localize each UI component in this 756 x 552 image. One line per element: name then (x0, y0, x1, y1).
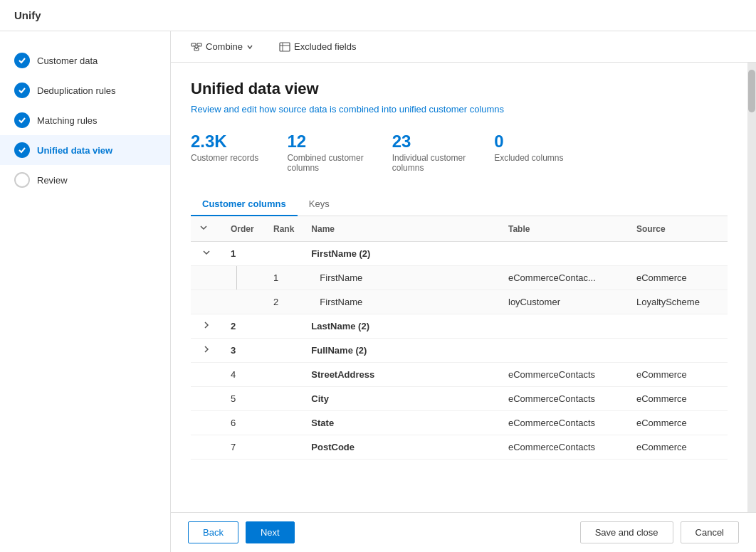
table-row: 7 PostCode eCommerceContacts eCommerce (191, 435, 728, 460)
tabs-row: Customer columns Keys (191, 193, 728, 216)
sidebar: Customer data Deduplication rules Matchi… (0, 31, 171, 552)
sidebar-label-review: Review (37, 175, 68, 186)
table-row: 3 FullName (2) (191, 339, 728, 363)
expand-cell-postcode (191, 435, 222, 460)
stat-label-records: Customer records (191, 153, 258, 163)
stat-label-individual: Individual customercolumns (392, 153, 466, 173)
child-name-firstname-2: FirstName (303, 290, 500, 314)
content-area: Combine Excluded fields Unified data vie… (171, 31, 756, 552)
combine-label: Combine (206, 41, 243, 52)
order-cell-city: 5 (222, 387, 265, 411)
table-header-row: Order Rank Name Table Source (191, 216, 728, 242)
expand-button-fullname[interactable] (199, 345, 214, 356)
name-cell-city: City (303, 387, 500, 411)
table-body: 1 FirstName (2) 1 (191, 242, 728, 460)
stat-combined-columns: 12 Combined customercolumns (287, 132, 363, 173)
source-cell-lastname (628, 314, 728, 339)
table-row: 1 FirstName eCommerceContac... eCommerce (191, 266, 728, 290)
child-expand-empty-2 (191, 290, 222, 314)
page-content: Unified data view Review and edit how so… (171, 63, 747, 512)
rank-cell-city (265, 387, 303, 411)
stat-number-records: 2.3K (191, 132, 227, 152)
scroll-thumb[interactable] (748, 70, 755, 112)
sidebar-label-dedup: Deduplication rules (37, 85, 116, 96)
child-source-firstname-2: LoyaltyScheme (628, 290, 728, 314)
app-title: Unify (14, 9, 41, 21)
bottom-right: Save and close Cancel (580, 521, 739, 543)
table-row: 6 State eCommerceContacts eCommerce (191, 411, 728, 435)
child-order-empty-2 (222, 290, 265, 314)
tab-customer-columns[interactable]: Customer columns (191, 193, 298, 216)
sidebar-item-customer-data[interactable]: Customer data (0, 46, 170, 75)
stats-row: 2.3K Customer records 12 Combined custom… (191, 132, 728, 173)
table-row: 5 City eCommerceContacts eCommerce (191, 387, 728, 411)
sidebar-item-deduplication-rules[interactable]: Deduplication rules (0, 75, 170, 105)
svg-rect-5 (280, 43, 290, 51)
rank-cell-street (265, 363, 303, 387)
stat-excluded-columns: 0 Excluded columns (494, 132, 563, 173)
col-header-name: Name (303, 216, 500, 242)
rank-cell-lastname (265, 314, 303, 339)
source-cell-firstname (628, 242, 728, 266)
expand-cell-lastname[interactable] (191, 314, 222, 339)
bottom-bar: Back Next Save and close Cancel (171, 512, 756, 552)
back-button[interactable]: Back (188, 521, 238, 543)
content-wrapper: Unified data view Review and edit how so… (171, 63, 756, 512)
main-layout: Customer data Deduplication rules Matchi… (0, 31, 756, 552)
name-cell-fullname: FullName (2) (303, 339, 500, 363)
name-cell-lastname: LastName (2) (303, 314, 500, 339)
stat-label-combined: Combined customercolumns (287, 153, 363, 173)
tab-keys[interactable]: Keys (298, 193, 341, 216)
rank-cell-postcode (265, 435, 303, 460)
table-cell-state: eCommerceContacts (500, 411, 628, 435)
save-close-button[interactable]: Save and close (580, 521, 673, 543)
page-title: Unified data view (191, 80, 728, 98)
stat-number-individual: 23 (392, 132, 411, 152)
child-source-firstname-1: eCommerce (628, 266, 728, 290)
sidebar-label-customer-data: Customer data (37, 55, 98, 66)
table-cell-lastname (500, 314, 628, 339)
table-row: 4 StreetAddress eCommerceContacts eComme… (191, 363, 728, 387)
child-table-firstname-1: eCommerceContac... (500, 266, 628, 290)
order-cell-firstname: 1 (222, 242, 265, 266)
step-indicator-dedup (14, 83, 30, 98)
top-bar: Unify (0, 0, 756, 31)
sidebar-label-unified: Unified data view (37, 145, 112, 156)
excluded-fields-button[interactable]: Excluded fields (273, 38, 362, 55)
sidebar-label-matching: Matching rules (37, 115, 98, 126)
expand-cell[interactable] (191, 242, 222, 266)
next-button[interactable]: Next (246, 521, 295, 543)
source-cell-state: eCommerce (628, 411, 728, 435)
col-header-table: Table (500, 216, 628, 242)
sidebar-item-unified-data-view[interactable]: Unified data view (0, 135, 170, 165)
name-cell-street: StreetAddress (303, 363, 500, 387)
combine-button[interactable]: Combine (185, 38, 259, 55)
rank-cell-fullname (265, 339, 303, 363)
step-indicator-customer-data (14, 53, 30, 68)
sidebar-item-matching-rules[interactable]: Matching rules (0, 105, 170, 135)
name-cell-postcode: PostCode (303, 435, 500, 460)
expand-button-firstname[interactable] (199, 248, 214, 259)
stat-label-excluded: Excluded columns (494, 153, 563, 163)
expand-button-lastname[interactable] (199, 321, 214, 331)
order-cell-street: 4 (222, 363, 265, 387)
source-cell-fullname (628, 339, 728, 363)
child-table-firstname-2: loyCustomer (500, 290, 628, 314)
table-cell-fullname (500, 339, 628, 363)
child-order-empty (222, 266, 265, 290)
col-header-source: Source (628, 216, 728, 242)
cancel-button[interactable]: Cancel (681, 521, 739, 543)
table-row: 2 LastName (2) (191, 314, 728, 339)
order-cell-state: 6 (222, 411, 265, 435)
stat-customer-records: 2.3K Customer records (191, 132, 258, 173)
stat-individual-columns: 23 Individual customercolumns (392, 132, 466, 173)
table-cell-city: eCommerceContacts (500, 387, 628, 411)
rank-cell-state (265, 411, 303, 435)
expand-cell-fullname[interactable] (191, 339, 222, 363)
source-cell-city: eCommerce (628, 387, 728, 411)
sidebar-item-review[interactable]: Review (0, 165, 170, 195)
order-cell-postcode: 7 (222, 435, 265, 460)
stat-number-combined: 12 (287, 132, 306, 152)
excluded-fields-icon (279, 41, 290, 53)
scroll-track[interactable] (747, 63, 756, 512)
